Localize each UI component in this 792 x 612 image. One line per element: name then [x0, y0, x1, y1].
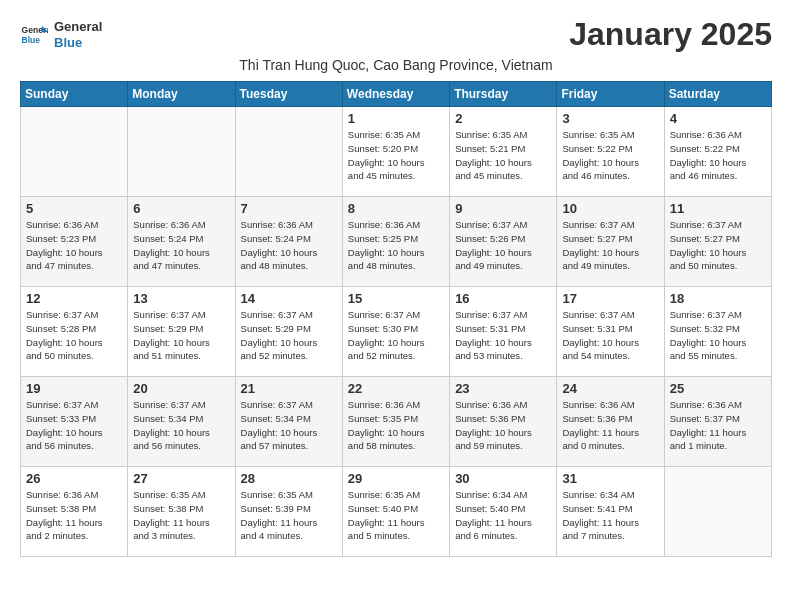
day-number: 10 [562, 201, 658, 216]
day-info: Sunrise: 6:34 AMSunset: 5:41 PMDaylight:… [562, 488, 658, 543]
day-info: Sunrise: 6:35 AMSunset: 5:38 PMDaylight:… [133, 488, 229, 543]
column-header-sunday: Sunday [21, 82, 128, 107]
day-number: 19 [26, 381, 122, 396]
calendar-cell: 3Sunrise: 6:35 AMSunset: 5:22 PMDaylight… [557, 107, 664, 197]
day-info: Sunrise: 6:36 AMSunset: 5:24 PMDaylight:… [241, 218, 337, 273]
calendar-cell: 24Sunrise: 6:36 AMSunset: 5:36 PMDayligh… [557, 377, 664, 467]
calendar-cell: 27Sunrise: 6:35 AMSunset: 5:38 PMDayligh… [128, 467, 235, 557]
column-header-tuesday: Tuesday [235, 82, 342, 107]
day-number: 24 [562, 381, 658, 396]
day-number: 26 [26, 471, 122, 486]
calendar-title: January 2025 [569, 16, 772, 53]
calendar-cell: 20Sunrise: 6:37 AMSunset: 5:34 PMDayligh… [128, 377, 235, 467]
day-info: Sunrise: 6:36 AMSunset: 5:36 PMDaylight:… [562, 398, 658, 453]
calendar-cell: 18Sunrise: 6:37 AMSunset: 5:32 PMDayligh… [664, 287, 771, 377]
day-info: Sunrise: 6:37 AMSunset: 5:32 PMDaylight:… [670, 308, 766, 363]
calendar-cell: 7Sunrise: 6:36 AMSunset: 5:24 PMDaylight… [235, 197, 342, 287]
day-number: 11 [670, 201, 766, 216]
calendar-cell: 1Sunrise: 6:35 AMSunset: 5:20 PMDaylight… [342, 107, 449, 197]
calendar-cell: 26Sunrise: 6:36 AMSunset: 5:38 PMDayligh… [21, 467, 128, 557]
calendar-cell: 29Sunrise: 6:35 AMSunset: 5:40 PMDayligh… [342, 467, 449, 557]
day-info: Sunrise: 6:37 AMSunset: 5:34 PMDaylight:… [241, 398, 337, 453]
calendar-cell: 6Sunrise: 6:36 AMSunset: 5:24 PMDaylight… [128, 197, 235, 287]
calendar-cell: 17Sunrise: 6:37 AMSunset: 5:31 PMDayligh… [557, 287, 664, 377]
day-info: Sunrise: 6:35 AMSunset: 5:20 PMDaylight:… [348, 128, 444, 183]
logo-line2: Blue [54, 35, 102, 51]
day-number: 17 [562, 291, 658, 306]
calendar-cell: 23Sunrise: 6:36 AMSunset: 5:36 PMDayligh… [450, 377, 557, 467]
day-number: 20 [133, 381, 229, 396]
logo: General Blue General Blue [20, 19, 102, 50]
day-info: Sunrise: 6:37 AMSunset: 5:27 PMDaylight:… [562, 218, 658, 273]
day-number: 2 [455, 111, 551, 126]
day-number: 8 [348, 201, 444, 216]
day-info: Sunrise: 6:36 AMSunset: 5:22 PMDaylight:… [670, 128, 766, 183]
day-number: 30 [455, 471, 551, 486]
calendar-cell: 9Sunrise: 6:37 AMSunset: 5:26 PMDaylight… [450, 197, 557, 287]
day-number: 15 [348, 291, 444, 306]
calendar-body: 1Sunrise: 6:35 AMSunset: 5:20 PMDaylight… [21, 107, 772, 557]
day-number: 14 [241, 291, 337, 306]
day-number: 27 [133, 471, 229, 486]
day-info: Sunrise: 6:35 AMSunset: 5:40 PMDaylight:… [348, 488, 444, 543]
day-info: Sunrise: 6:36 AMSunset: 5:24 PMDaylight:… [133, 218, 229, 273]
day-info: Sunrise: 6:35 AMSunset: 5:39 PMDaylight:… [241, 488, 337, 543]
day-number: 6 [133, 201, 229, 216]
svg-text:Blue: Blue [22, 34, 41, 44]
day-info: Sunrise: 6:36 AMSunset: 5:37 PMDaylight:… [670, 398, 766, 453]
day-info: Sunrise: 6:37 AMSunset: 5:29 PMDaylight:… [241, 308, 337, 363]
calendar-cell: 25Sunrise: 6:36 AMSunset: 5:37 PMDayligh… [664, 377, 771, 467]
calendar-cell: 4Sunrise: 6:36 AMSunset: 5:22 PMDaylight… [664, 107, 771, 197]
day-number: 22 [348, 381, 444, 396]
day-info: Sunrise: 6:37 AMSunset: 5:31 PMDaylight:… [562, 308, 658, 363]
column-header-monday: Monday [128, 82, 235, 107]
day-number: 23 [455, 381, 551, 396]
day-info: Sunrise: 6:37 AMSunset: 5:27 PMDaylight:… [670, 218, 766, 273]
calendar-cell: 30Sunrise: 6:34 AMSunset: 5:40 PMDayligh… [450, 467, 557, 557]
day-number: 31 [562, 471, 658, 486]
logo-line1: General [54, 19, 102, 35]
subtitle: Thi Tran Hung Quoc, Cao Bang Province, V… [20, 57, 772, 73]
header: General Blue General Blue January 2025 [20, 16, 772, 53]
calendar-cell: 22Sunrise: 6:36 AMSunset: 5:35 PMDayligh… [342, 377, 449, 467]
column-header-thursday: Thursday [450, 82, 557, 107]
day-number: 29 [348, 471, 444, 486]
day-number: 5 [26, 201, 122, 216]
logo-icon: General Blue [20, 21, 48, 49]
day-info: Sunrise: 6:37 AMSunset: 5:31 PMDaylight:… [455, 308, 551, 363]
day-number: 9 [455, 201, 551, 216]
day-info: Sunrise: 6:36 AMSunset: 5:35 PMDaylight:… [348, 398, 444, 453]
day-info: Sunrise: 6:37 AMSunset: 5:28 PMDaylight:… [26, 308, 122, 363]
calendar-week-5: 26Sunrise: 6:36 AMSunset: 5:38 PMDayligh… [21, 467, 772, 557]
column-header-saturday: Saturday [664, 82, 771, 107]
calendar-cell: 2Sunrise: 6:35 AMSunset: 5:21 PMDaylight… [450, 107, 557, 197]
calendar-cell: 13Sunrise: 6:37 AMSunset: 5:29 PMDayligh… [128, 287, 235, 377]
calendar-cell [128, 107, 235, 197]
calendar-week-4: 19Sunrise: 6:37 AMSunset: 5:33 PMDayligh… [21, 377, 772, 467]
day-info: Sunrise: 6:37 AMSunset: 5:30 PMDaylight:… [348, 308, 444, 363]
calendar-week-3: 12Sunrise: 6:37 AMSunset: 5:28 PMDayligh… [21, 287, 772, 377]
calendar-cell: 12Sunrise: 6:37 AMSunset: 5:28 PMDayligh… [21, 287, 128, 377]
column-header-wednesday: Wednesday [342, 82, 449, 107]
day-number: 21 [241, 381, 337, 396]
day-info: Sunrise: 6:37 AMSunset: 5:29 PMDaylight:… [133, 308, 229, 363]
day-number: 1 [348, 111, 444, 126]
day-info: Sunrise: 6:37 AMSunset: 5:26 PMDaylight:… [455, 218, 551, 273]
calendar-cell: 15Sunrise: 6:37 AMSunset: 5:30 PMDayligh… [342, 287, 449, 377]
calendar-cell: 10Sunrise: 6:37 AMSunset: 5:27 PMDayligh… [557, 197, 664, 287]
day-info: Sunrise: 6:35 AMSunset: 5:22 PMDaylight:… [562, 128, 658, 183]
calendar-cell [235, 107, 342, 197]
calendar-week-2: 5Sunrise: 6:36 AMSunset: 5:23 PMDaylight… [21, 197, 772, 287]
day-info: Sunrise: 6:36 AMSunset: 5:36 PMDaylight:… [455, 398, 551, 453]
calendar-cell [21, 107, 128, 197]
day-info: Sunrise: 6:34 AMSunset: 5:40 PMDaylight:… [455, 488, 551, 543]
day-number: 4 [670, 111, 766, 126]
day-info: Sunrise: 6:36 AMSunset: 5:23 PMDaylight:… [26, 218, 122, 273]
day-info: Sunrise: 6:37 AMSunset: 5:34 PMDaylight:… [133, 398, 229, 453]
day-number: 13 [133, 291, 229, 306]
calendar-cell: 16Sunrise: 6:37 AMSunset: 5:31 PMDayligh… [450, 287, 557, 377]
calendar-header-row: SundayMondayTuesdayWednesdayThursdayFrid… [21, 82, 772, 107]
day-number: 28 [241, 471, 337, 486]
day-info: Sunrise: 6:36 AMSunset: 5:38 PMDaylight:… [26, 488, 122, 543]
day-info: Sunrise: 6:36 AMSunset: 5:25 PMDaylight:… [348, 218, 444, 273]
